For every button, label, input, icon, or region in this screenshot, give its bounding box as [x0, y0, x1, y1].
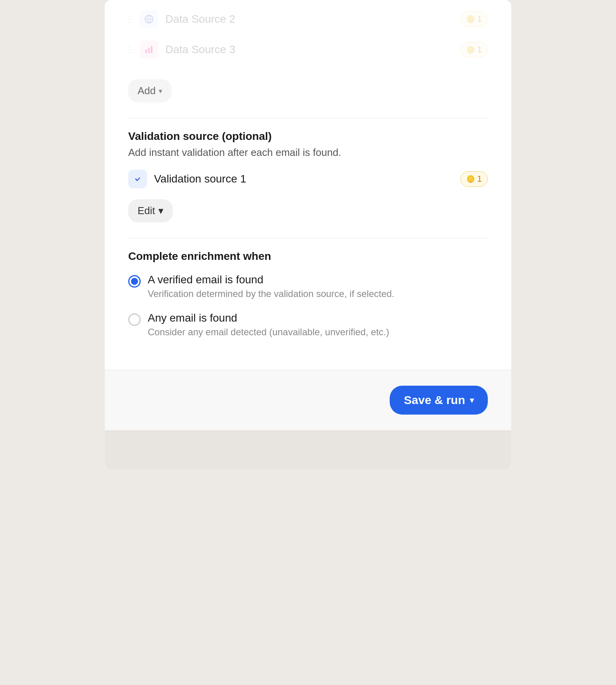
validation-source-credits: 🪙 1: [460, 171, 488, 187]
radio-any[interactable]: [128, 313, 141, 326]
data-source-1-icon: [140, 10, 158, 29]
radio-any-label: Any email is found: [148, 312, 389, 324]
save-run-label: Save & run: [404, 393, 465, 407]
bottom-gray-area: [105, 430, 511, 469]
validation-section-subtitle: Add instant validation after each email …: [128, 147, 488, 159]
footer: Save & run ▾: [105, 370, 511, 430]
save-run-chevron-icon: ▾: [470, 395, 474, 405]
coin-icon-1: 🪙: [466, 15, 475, 23]
radio-verified-desc: Verification determined by the validatio…: [148, 288, 394, 299]
radio-option-verified: A verified email is found Verification d…: [128, 274, 488, 299]
drag-handle-1[interactable]: [128, 16, 133, 23]
coin-icon-2: 🪙: [466, 45, 475, 54]
data-source-2-name: Data Source 3: [165, 43, 453, 56]
enrichment-section-title: Complete enrichment when: [128, 250, 488, 263]
add-chevron-icon: ▾: [159, 87, 162, 95]
radio-verified-label: A verified email is found: [148, 274, 394, 286]
radio-option-any: Any email is found Consider any email de…: [128, 312, 488, 338]
drag-handle-2[interactable]: [128, 46, 133, 53]
edit-button[interactable]: Edit ▾: [128, 199, 173, 222]
validation-source-icon: [128, 170, 147, 188]
svg-rect-2: [148, 48, 150, 53]
edit-label: Edit: [138, 205, 155, 217]
save-run-button[interactable]: Save & run ▾: [390, 386, 488, 415]
data-source-2-icon: [140, 40, 158, 59]
data-source-1-name: Data Source 2: [165, 13, 453, 25]
add-label: Add: [138, 85, 156, 97]
radio-any-desc: Consider any email detected (unavailable…: [148, 327, 389, 338]
radio-verified[interactable]: [128, 275, 141, 288]
svg-rect-1: [145, 50, 147, 53]
validation-source-name: Validation source 1: [154, 173, 453, 185]
edit-chevron-icon: ▾: [158, 205, 163, 217]
validation-section-title: Validation source (optional): [128, 130, 488, 143]
coin-icon-validation: 🪙: [466, 175, 475, 183]
data-source-2-credits: 🪙 1: [460, 42, 488, 57]
svg-rect-3: [151, 46, 152, 53]
svg-rect-4: [134, 175, 141, 182]
add-button[interactable]: Add ▾: [128, 79, 172, 102]
data-source-1-credits: 🪙 1: [460, 11, 488, 27]
